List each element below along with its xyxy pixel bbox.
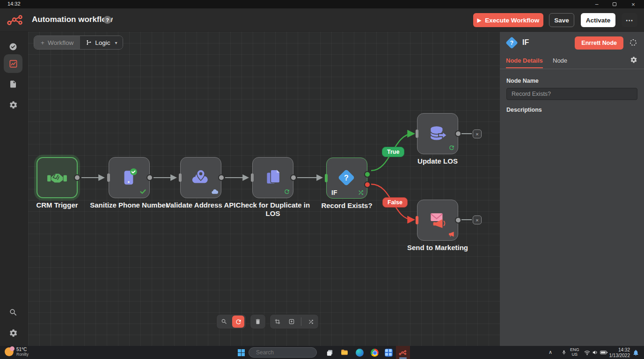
taskbar-weather-widget[interactable]: 51°C Ronilty bbox=[5, 347, 29, 356]
chrome-button[interactable] bbox=[369, 347, 380, 358]
tray-mic-button[interactable] bbox=[558, 347, 570, 358]
disconnect-button[interactable]: × bbox=[473, 215, 482, 224]
sidebar-item-settings-bottom[interactable] bbox=[4, 323, 22, 342]
spinner-icon[interactable] bbox=[629, 38, 637, 49]
app-logo-icon bbox=[7, 14, 25, 26]
notifications-button[interactable] bbox=[630, 347, 641, 358]
taskbar: 51°C Ronilty ∧ bbox=[0, 346, 644, 359]
toolbar-group-zoom bbox=[216, 314, 246, 329]
node-name-input[interactable] bbox=[506, 88, 637, 100]
zoom-button[interactable] bbox=[218, 316, 230, 328]
tab-workflow[interactable]: + Workflow bbox=[34, 36, 80, 49]
n8n-icon bbox=[399, 350, 408, 356]
sidebar-item-analytics[interactable] bbox=[4, 54, 22, 73]
toolbar-divider bbox=[301, 317, 301, 326]
cross-icon: × bbox=[476, 131, 478, 137]
minimize-button[interactable]: – bbox=[590, 0, 604, 8]
node-check-duplicate[interactable] bbox=[252, 157, 293, 198]
sidebar-item-approvals[interactable] bbox=[4, 37, 22, 56]
tray-time: 14:32 bbox=[609, 347, 630, 353]
false-output-port[interactable] bbox=[364, 181, 371, 188]
output-port[interactable] bbox=[74, 174, 80, 181]
more-options-button[interactable]: ⋯ bbox=[622, 13, 637, 27]
true-output-port[interactable] bbox=[364, 171, 371, 178]
save-button[interactable]: Save bbox=[549, 13, 574, 27]
tab-workflow-label: Workflow bbox=[48, 39, 73, 46]
node-crm-trigger[interactable] bbox=[37, 157, 78, 198]
output-port[interactable] bbox=[218, 174, 225, 181]
megaphone-icon bbox=[447, 230, 455, 238]
disconnect-button[interactable]: × bbox=[473, 129, 482, 138]
tray-chevron-up[interactable]: ∧ bbox=[549, 349, 552, 355]
activate-button[interactable]: Activate bbox=[581, 13, 615, 27]
search-input[interactable] bbox=[256, 349, 329, 356]
input-port[interactable] bbox=[251, 173, 254, 182]
node-if[interactable]: ? IF bbox=[326, 158, 367, 199]
app-header: Automation workflow ? ▶ Execute Workflow… bbox=[0, 8, 644, 32]
tab-node-details[interactable]: Node Details bbox=[506, 57, 543, 68]
delete-button[interactable] bbox=[252, 316, 264, 328]
close-button[interactable]: × bbox=[626, 0, 640, 8]
tab-node[interactable]: Node bbox=[553, 57, 567, 64]
tab-logic[interactable]: Logic ▾ bbox=[80, 36, 123, 49]
toolbar-group-view bbox=[270, 314, 319, 329]
node-sanitize-phone[interactable] bbox=[109, 157, 150, 198]
sidebar-item-documents[interactable] bbox=[4, 75, 22, 93]
taskbar-search[interactable] bbox=[249, 347, 317, 358]
gear-icon bbox=[9, 329, 18, 337]
output-port[interactable] bbox=[146, 174, 153, 181]
workflow-canvas[interactable]: + Workflow Logic ▾ C bbox=[28, 32, 500, 346]
fit-frame-button[interactable] bbox=[285, 316, 298, 328]
branch-icon bbox=[86, 39, 92, 46]
if-diamond-icon: ? bbox=[505, 36, 518, 49]
output-port[interactable] bbox=[455, 130, 461, 137]
help-icon[interactable]: ? bbox=[103, 16, 111, 24]
node-label: Sanitize Phone Number bbox=[89, 201, 169, 209]
sidebar-item-settings-top[interactable] bbox=[4, 95, 22, 114]
node-send-marketing[interactable] bbox=[417, 200, 458, 241]
blue-app-icon bbox=[385, 349, 393, 357]
input-port[interactable] bbox=[325, 174, 328, 182]
input-port[interactable] bbox=[416, 129, 418, 138]
battery-button[interactable] bbox=[598, 347, 609, 358]
panel-settings-icon[interactable] bbox=[630, 56, 637, 65]
execute-workflow-button[interactable]: ▶ Execute Workflow bbox=[473, 13, 543, 27]
minimize-icon: – bbox=[595, 1, 599, 7]
maximize-button[interactable] bbox=[607, 0, 622, 8]
output-port[interactable] bbox=[290, 174, 297, 181]
task-view-button[interactable] bbox=[324, 347, 335, 358]
start-button[interactable] bbox=[235, 347, 247, 358]
check-circle-icon bbox=[8, 42, 18, 51]
svg-text:?: ? bbox=[344, 174, 349, 182]
tray-clock[interactable]: 14:32 1/13/2022 bbox=[609, 347, 630, 358]
output-port[interactable] bbox=[455, 217, 461, 223]
mic-icon bbox=[561, 349, 567, 356]
store-app-button[interactable] bbox=[383, 347, 394, 358]
convert-node-button[interactable]: Enrrett Node bbox=[575, 36, 623, 50]
split-button[interactable] bbox=[305, 316, 317, 328]
frame-icon bbox=[288, 318, 295, 325]
input-port[interactable] bbox=[416, 216, 418, 224]
crop-icon bbox=[274, 318, 281, 325]
language-switcher[interactable]: ENG US bbox=[570, 348, 579, 357]
input-port[interactable] bbox=[179, 173, 182, 182]
chart-icon bbox=[9, 59, 18, 68]
task-view-icon bbox=[326, 349, 334, 357]
os-titlebar: 14:32 – × bbox=[0, 0, 644, 8]
file-explorer-button[interactable] bbox=[339, 347, 350, 358]
node-update-los[interactable] bbox=[417, 113, 458, 154]
refresh-button[interactable] bbox=[232, 316, 244, 328]
input-port[interactable] bbox=[107, 173, 110, 182]
branch-true-badge: True bbox=[382, 147, 404, 157]
folder-icon bbox=[340, 348, 349, 357]
node-validate-address[interactable] bbox=[180, 157, 221, 198]
database-arrow-icon bbox=[427, 123, 448, 144]
sidebar-item-search[interactable] bbox=[4, 303, 22, 322]
node-label: Update LOS bbox=[398, 157, 477, 165]
weather-icon bbox=[5, 347, 14, 356]
refresh-icon bbox=[235, 318, 242, 325]
crop-view-button[interactable] bbox=[271, 316, 284, 328]
node-label: Validate Address API bbox=[161, 201, 241, 209]
n8n-app-button[interactable] bbox=[396, 346, 410, 359]
edge-button[interactable] bbox=[354, 347, 365, 358]
